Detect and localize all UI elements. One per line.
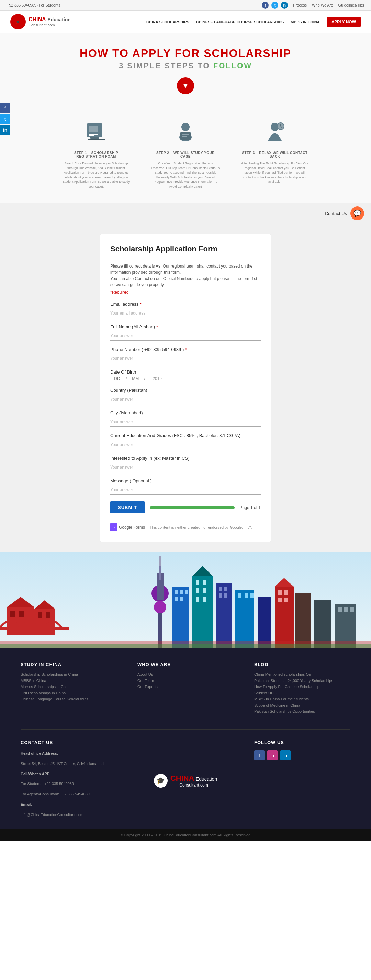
list-item[interactable]: Pakistani Students: 24,000 Yearly Schola… — [254, 678, 350, 682]
logo-text: CHINA Education Consultant.com — [29, 16, 71, 27]
whatsapp-agents: For Agents/Consultant: +92 336 5454689 — [21, 791, 117, 798]
list-item[interactable]: Our Team — [138, 678, 233, 682]
phone-label: Phone Number ( +92-335-594-0989 ) * — [110, 347, 261, 352]
blog-links: China Mentioned scholarships On Pakistan… — [254, 672, 350, 713]
facebook-icon[interactable]: f — [262, 2, 269, 9]
list-item[interactable]: About Us — [138, 672, 233, 676]
email-text: info@ChinaEducationConsultant.com — [21, 811, 117, 818]
form-section: Scholarship Application Form Please fill… — [0, 224, 371, 552]
footer-follow: FOLLOW US f in in — [254, 740, 350, 822]
list-item[interactable]: MBBS in China — [21, 678, 117, 682]
contact-heading: CONTACT US — [21, 740, 117, 745]
footer-logo-section: 🎓 CHINA Education Consultant.com — [138, 740, 233, 822]
svg-rect-35 — [175, 590, 178, 594]
more-options-icon[interactable]: ⋮ — [255, 524, 261, 531]
process-link[interactable]: Process — [293, 3, 307, 7]
phone-group: Phone Number ( +92-335-594-0989 ) * — [110, 347, 261, 363]
dob-year-input[interactable] — [147, 376, 168, 382]
footer-instagram-icon[interactable]: in — [267, 750, 278, 760]
list-item[interactable]: How To Apply For Chinese Scholarship — [254, 685, 350, 689]
list-item[interactable]: Pakistan Scholarships Opportunities — [254, 710, 350, 713]
footer-logo: 🎓 CHINA Education Consultant.com — [154, 774, 217, 788]
linkedin-icon[interactable]: in — [281, 2, 288, 9]
interest-label: Interested to Apply In (ex: Master in CS… — [110, 455, 261, 461]
fullname-group: Full Name (Ali Arshad) * — [110, 324, 261, 340]
contact-us-label: Contact Us — [325, 211, 347, 216]
city-group: City (Islamabad) — [110, 410, 261, 427]
interest-input[interactable] — [110, 462, 261, 472]
list-item[interactable]: Scholarship Scholarships in China — [21, 672, 117, 676]
education-input[interactable] — [110, 440, 261, 449]
form-description: Please fill correct details As, Our regi… — [110, 263, 261, 288]
contact-bar: Contact Us 💬 — [0, 203, 371, 224]
message-group: Message ( Optional ) — [110, 478, 261, 495]
sidebar-twitter-icon[interactable]: t — [0, 114, 10, 124]
dob-month-input[interactable] — [128, 376, 142, 382]
scroll-arrow-icon — [177, 77, 194, 94]
fullname-input[interactable] — [110, 331, 261, 340]
header: 🎓 CHINA Education Consultant.com CHINA S… — [0, 11, 371, 33]
svg-rect-67 — [338, 607, 342, 612]
contact-us-button[interactable]: 💬 — [350, 207, 364, 220]
list-item[interactable]: Student UHC — [254, 691, 350, 695]
svg-rect-54 — [238, 593, 241, 598]
submit-button[interactable]: SUBMIT — [110, 501, 145, 514]
svg-rect-69 — [350, 607, 354, 612]
svg-rect-27 — [0, 627, 69, 630]
dob-group: Date Of Birth / / — [110, 369, 261, 382]
list-item[interactable]: China Mentioned scholarships On — [254, 672, 350, 676]
list-item[interactable]: Our Experts — [138, 685, 233, 689]
guidelines-link[interactable]: Guidelines/Tips — [338, 3, 364, 7]
country-input[interactable] — [110, 395, 261, 404]
nav-mbbs[interactable]: MBBS IN CHINA — [291, 20, 320, 24]
list-item[interactable]: MBBS in China For the Students — [254, 697, 350, 701]
nav-china-scholarships[interactable]: CHINA SCHOLARSHIPS — [146, 20, 189, 24]
sidebar-linkedin-icon[interactable]: in — [0, 125, 10, 135]
svg-rect-71 — [0, 644, 371, 648]
svg-rect-40 — [192, 576, 213, 648]
study-in-china-links: Scholarship Scholarships in China MBBS i… — [21, 672, 117, 701]
city-input[interactable] — [110, 417, 261, 427]
main-nav: CHINA SCHOLARSHIPS CHINESE LANGUAGE COUR… — [146, 17, 361, 27]
top-right-links: Process Who We Are Guidelines/Tips — [293, 3, 364, 7]
dob-day-input[interactable] — [110, 376, 124, 382]
svg-rect-59 — [278, 590, 282, 595]
logo: 🎓 CHINA Education Consultant.com — [10, 14, 71, 30]
email-input[interactable] — [110, 309, 261, 318]
dob-label: Date Of Birth — [110, 369, 261, 375]
step-1-icon — [82, 118, 110, 146]
twitter-icon[interactable]: t — [271, 2, 278, 9]
apply-now-button[interactable]: APPLY NOW — [327, 17, 361, 27]
svg-rect-6 — [90, 137, 99, 138]
list-item[interactable]: Murses Scholarships in China — [21, 685, 117, 689]
svg-rect-41 — [196, 580, 199, 585]
who-we-are-link[interactable]: Who We Are — [312, 3, 333, 7]
fullname-label: Full Name (Ali Arshad) * — [110, 324, 261, 329]
follow-heading: FOLLOW US — [254, 740, 350, 745]
svg-rect-25 — [38, 612, 42, 619]
list-item[interactable]: HND scholarships in China — [21, 691, 117, 695]
svg-rect-22 — [19, 611, 24, 617]
hero-title: HOW TO APPLY FOR SCHOLARSHIP — [7, 47, 364, 60]
skyline-section — [0, 552, 371, 648]
progress-bar — [150, 506, 235, 509]
phone-input[interactable] — [110, 354, 261, 363]
google-forms-more: ⚠ ⋮ — [248, 524, 261, 531]
svg-rect-64 — [296, 593, 311, 648]
sidebar-facebook-icon[interactable]: f — [0, 103, 10, 113]
svg-point-9 — [181, 123, 190, 131]
address-text: Street 54, Beside J5, I&T Center, G-I/4 … — [21, 760, 117, 767]
nav-chinese-language[interactable]: CHINESE LANGUAGE COURSE SCHOLARSHIPS — [196, 20, 284, 24]
message-label: Message ( Optional ) — [110, 478, 261, 483]
scholarship-form: Scholarship Application Form Please fill… — [100, 234, 271, 542]
google-forms-warning: This content is neither created nor endo… — [150, 525, 243, 529]
footer-linkedin2-icon[interactable]: in — [280, 750, 291, 760]
whatsapp-students: For Students: +92 335 5940989 — [21, 781, 117, 788]
footer-facebook-icon[interactable]: f — [254, 750, 264, 760]
list-item[interactable]: Scope of Medicine in China — [254, 703, 350, 707]
svg-rect-42 — [203, 580, 206, 585]
step-2-icon — [172, 118, 199, 146]
step-1-title: STEP 1 – SCHOLARSHIP REGISTRATION FOAM — [62, 151, 131, 159]
message-input[interactable] — [110, 485, 261, 495]
list-item[interactable]: Chinese Language Course Scholarships — [21, 697, 117, 701]
